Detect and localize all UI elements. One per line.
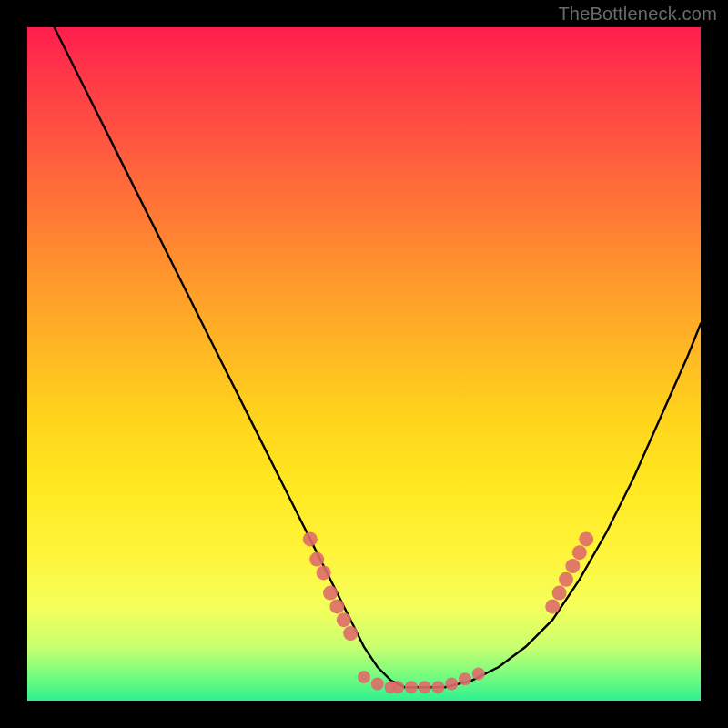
bottleneck-curve <box>55 27 701 687</box>
marker-point <box>303 531 318 546</box>
marker-point <box>472 667 485 680</box>
marker-point <box>371 678 384 691</box>
marker-point <box>309 552 324 567</box>
marker-point <box>445 678 458 691</box>
marker-point <box>337 612 351 627</box>
plot-area <box>27 27 701 701</box>
marker-point <box>431 681 444 693</box>
marker-point <box>329 599 344 613</box>
marker-point <box>552 586 567 601</box>
marker-point <box>559 572 573 587</box>
marker-point <box>419 681 431 693</box>
marker-point <box>545 599 560 613</box>
marker-point <box>391 681 404 693</box>
marker-point <box>579 531 593 546</box>
watermark-text: TheBottleneck.com <box>558 4 717 25</box>
marker-point <box>358 671 370 683</box>
curve-layer <box>27 27 701 701</box>
chart-container: TheBottleneck.com <box>0 0 728 728</box>
marker-point <box>405 681 418 693</box>
marker-point <box>565 559 580 573</box>
marker-point <box>317 565 331 580</box>
marker-point <box>323 586 338 601</box>
marker-point <box>343 626 358 641</box>
marker-point <box>572 545 587 560</box>
marker-point <box>459 672 471 685</box>
